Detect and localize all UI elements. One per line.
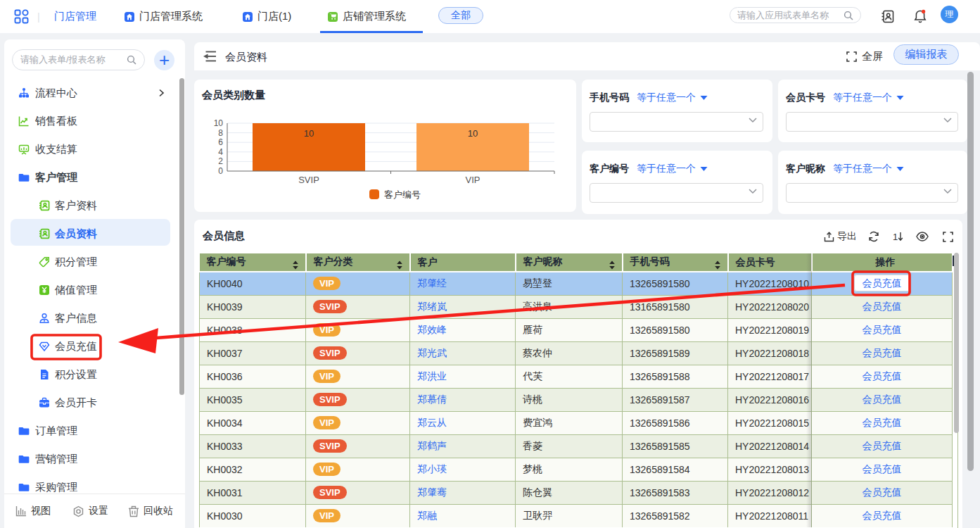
svg-text:2: 2 xyxy=(218,156,223,166)
svg-text:10: 10 xyxy=(214,118,224,128)
svg-text:VIP: VIP xyxy=(466,175,481,185)
svg-text:10: 10 xyxy=(468,128,478,139)
svg-text:SVIP: SVIP xyxy=(298,175,319,185)
svg-text:0: 0 xyxy=(218,166,223,176)
svg-text:8: 8 xyxy=(218,128,223,138)
svg-text:1: 1 xyxy=(893,232,898,242)
svg-text:客户编号: 客户编号 xyxy=(384,189,421,200)
svg-text:6: 6 xyxy=(218,137,223,147)
svg-text:10: 10 xyxy=(304,128,314,139)
svg-text:4: 4 xyxy=(218,147,223,157)
